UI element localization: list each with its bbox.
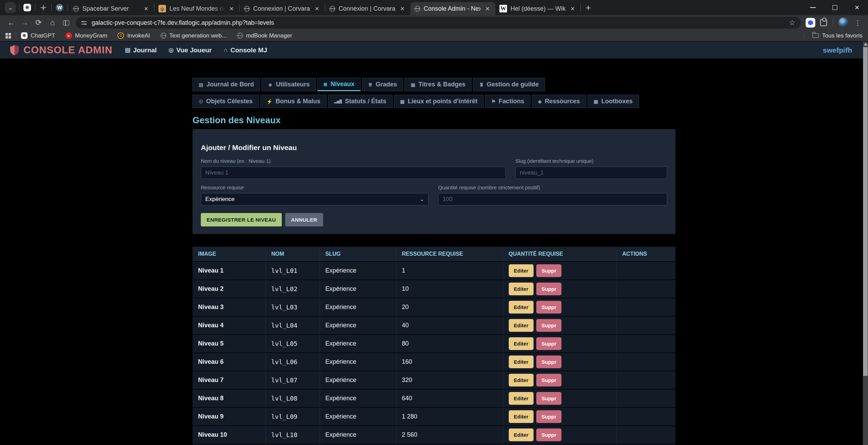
close-icon[interactable]: ✕: [143, 5, 150, 13]
delete-button[interactable]: Suppr: [536, 337, 561, 350]
reload-button[interactable]: ⟳: [32, 17, 45, 29]
delete-button[interactable]: Suppr: [536, 374, 561, 386]
edit-button[interactable]: Editer: [509, 392, 534, 405]
level-quantity: 10: [396, 280, 503, 298]
bookmark-invokeai[interactable]: O InvokeAI: [117, 32, 150, 39]
close-window-button[interactable]: ✕: [846, 0, 868, 15]
maximize-icon: [833, 5, 837, 10]
site-settings-icon[interactable]: [81, 21, 87, 25]
guild-icon: ♜: [479, 82, 484, 87]
forward-button[interactable]: →: [18, 17, 32, 29]
nav-link-vue-joueur[interactable]: ◎ Vue Joueur: [168, 46, 212, 54]
username[interactable]: swefpifh: [823, 46, 852, 54]
brand[interactable]: CONSOLE ADMIN: [10, 44, 112, 56]
edit-button[interactable]: Editer: [509, 283, 534, 295]
tab-gestion-guilde[interactable]: ♜ Gestion de guilde: [473, 78, 545, 91]
tab-titres-badges[interactable]: ▣ Titres & Badges: [404, 78, 472, 91]
resource-field-label: Ressource requise: [201, 184, 428, 190]
gm-console-icon: ∩: [224, 47, 228, 54]
actions-cell-empty: [617, 389, 675, 407]
cancel-button[interactable]: ANNULER: [285, 213, 323, 226]
badge-icon: ▣: [411, 82, 415, 87]
level-name-input[interactable]: [201, 167, 506, 179]
side-panel-button[interactable]: [59, 17, 73, 29]
delete-button[interactable]: Suppr: [536, 392, 561, 405]
delete-button[interactable]: Suppr: [536, 428, 561, 441]
edit-button[interactable]: Editer: [509, 374, 534, 386]
tab-factions[interactable]: ⚑ Factions: [485, 95, 530, 108]
tab-grades[interactable]: ♕ Grades: [362, 78, 403, 91]
tab-journal-de-bord[interactable]: ▤ Journal de Bord: [193, 78, 260, 91]
bookmark-chatgpt[interactable]: ❋ ChatGPT: [21, 32, 55, 39]
close-icon[interactable]: ✕: [399, 5, 406, 13]
edit-button[interactable]: Editer: [509, 264, 534, 277]
maximize-button[interactable]: [824, 0, 846, 15]
nav-label: Journal: [133, 46, 157, 54]
home-button[interactable]: ⌂: [45, 17, 59, 29]
pinned-tab-wordpress[interactable]: W: [53, 2, 66, 13]
delete-button[interactable]: Suppr: [536, 264, 561, 277]
extensions-puzzle-icon[interactable]: [820, 19, 827, 26]
close-icon[interactable]: ✕: [484, 5, 491, 13]
bookmark-star-icon[interactable]: ☆: [789, 19, 795, 27]
browser-tab-console-admin-active[interactable]: Console Admin - Nexus ✕: [410, 2, 495, 15]
browser-tab-neuf-mondes[interactable]: ψ Les Neuf Mondes de la Mytholo ✕: [154, 2, 239, 15]
address-bar[interactable]: galactic-pve-conquest-c7fe.dev.flatlogic…: [76, 17, 801, 29]
browser-tab-connexion-1[interactable]: Connexion | Corvara ✕: [240, 2, 325, 15]
tab-ressources[interactable]: ◈ Ressources: [532, 95, 586, 108]
scroll-up-icon[interactable]: [864, 43, 867, 45]
extension-button[interactable]: [806, 18, 815, 28]
new-tab-button[interactable]: +: [586, 2, 591, 13]
browser-tab-connexion-2[interactable]: Connexion | Corvara ✕: [325, 2, 410, 15]
edit-button[interactable]: Editer: [509, 301, 534, 314]
back-button[interactable]: ←: [4, 17, 18, 29]
all-bookmarks-button[interactable]: Tous les favoris: [799, 32, 862, 39]
close-icon[interactable]: ✕: [569, 5, 576, 13]
delete-button[interactable]: Suppr: [536, 410, 561, 423]
browser-tab-wikipedia[interactable]: W Hel (déesse) — Wikipédia ✕: [495, 2, 580, 15]
browser-tab-spacebar-server[interactable]: Spacebar Server ✕: [69, 2, 154, 15]
bookmark-text-generation[interactable]: Text generation web...: [161, 32, 227, 39]
bookmark-moneygram[interactable]: ≈ MoneyGram: [65, 32, 107, 39]
tab-lootboxes[interactable]: ▩ Lootboxes: [588, 95, 639, 108]
moneygram-icon: ≈: [65, 32, 72, 39]
browser-menu-button[interactable]: ⋮: [854, 19, 861, 27]
edit-button[interactable]: Editer: [509, 428, 534, 441]
delete-button[interactable]: Suppr: [536, 356, 561, 368]
scrollbar-thumb[interactable]: [863, 47, 868, 376]
slug-input[interactable]: [515, 167, 667, 179]
edit-button[interactable]: Editer: [509, 337, 534, 350]
level-quantity: 320: [396, 371, 503, 389]
delete-button[interactable]: Suppr: [536, 301, 561, 314]
tab-utilisateurs[interactable]: ☻ Utilisateurs: [261, 78, 316, 91]
edit-button[interactable]: Editer: [509, 410, 534, 423]
minimize-button[interactable]: [802, 0, 824, 15]
pinned-tab-gemini[interactable]: [37, 2, 50, 13]
nav-link-console-mj[interactable]: ∩ Console MJ: [224, 46, 267, 54]
resource-select[interactable]: Expérience ⌄: [201, 193, 428, 205]
close-icon[interactable]: ✕: [313, 5, 321, 13]
page-scrollbar[interactable]: [863, 42, 868, 445]
delete-button[interactable]: Suppr: [536, 283, 561, 295]
tab-search-button[interactable]: ⌄: [5, 2, 16, 13]
url-text[interactable]: galactic-pve-conquest-c7fe.dev.flatlogic…: [92, 19, 784, 27]
nav-link-journal[interactable]: ▤ Journal: [125, 46, 157, 54]
tab-niveaux-active[interactable]: ≣ Niveaux: [317, 78, 361, 91]
tab-label: Grades: [375, 81, 397, 88]
tab-statuts-etats[interactable]: ▂▅█ Statuts / États: [328, 95, 393, 108]
bookmark-label: ChatGPT: [31, 32, 55, 39]
edit-button[interactable]: Editer: [509, 356, 534, 368]
tab-lieux-poi[interactable]: ▦ Lieux et points d'intérêt: [394, 95, 484, 108]
tab-objets-celestes[interactable]: ☉ Objets Célestes: [193, 95, 259, 108]
delete-button[interactable]: Suppr: [536, 319, 561, 332]
bookmark-mdbook[interactable]: mdBook Manager: [237, 32, 292, 39]
profile-avatar[interactable]: [838, 18, 849, 28]
close-icon[interactable]: ✕: [228, 5, 235, 13]
tab-bonus-malus[interactable]: ⚡ Bonus & Malus: [260, 95, 327, 108]
pinned-tab-chatgpt[interactable]: ❋: [20, 2, 34, 13]
quantity-input[interactable]: [438, 193, 667, 205]
secondary-tabs: ☉ Objets Célestes ⚡ Bonus & Malus ▂▅█ St…: [193, 95, 675, 108]
apps-grid-icon[interactable]: [6, 33, 11, 39]
save-level-button[interactable]: ENREGISTRER LE NIVEAU: [201, 213, 282, 226]
edit-button[interactable]: Editer: [509, 319, 534, 332]
